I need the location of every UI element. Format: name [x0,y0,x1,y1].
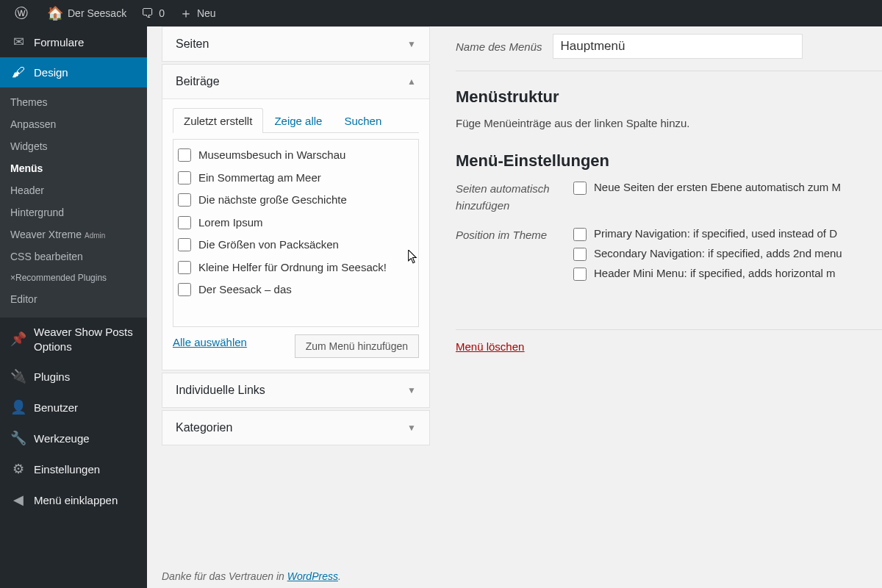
chevron-up-icon: ▲ [407,76,416,87]
accordion-title: Kategorien [176,421,232,434]
comment-icon: 🗨 [141,6,154,21]
accordion-beitraege: Beiträge ▲ Zuletzt erstellt Zeige alle S… [162,64,430,370]
select-all-link[interactable]: Alle auswählen [173,336,247,348]
accordion-head-kategorien[interactable]: Kategorien ▼ [162,411,429,445]
post-checkbox[interactable] [178,148,191,162]
post-item[interactable]: Die nächste große Geschichte [176,189,415,212]
opt-auto-add-pages[interactable]: Neue Seiten der ersten Ebene automatisch… [573,181,882,195]
footer-text: Danke für das Vertrauen in [162,570,287,582]
subitem-editor[interactable]: Editor [0,288,147,310]
tab-suchen[interactable]: Suchen [333,108,392,133]
accordion-head-individuelle-links[interactable]: Individuelle Links ▼ [162,373,429,407]
menu-settings-heading: Menü-Einstellungen [456,151,882,171]
menu-name-input[interactable] [553,34,803,59]
new-content-link[interactable]: ＋Neu [172,0,223,26]
accordion-body-beitraege: Zuletzt erstellt Zeige alle Suchen Museu… [162,98,429,370]
mail-icon: ✉ [10,34,26,50]
plus-icon: ＋ [179,4,193,22]
post-item[interactable]: Die Größen von Packsäcken [176,234,415,257]
menu-name-row: Name des Menüs [456,34,882,71]
post-title: Museumsbesuch in Warschau [198,147,345,164]
sidebar-item-einstellungen[interactable]: ⚙Einstellungen [0,453,147,484]
accordion-individuelle-links: Individuelle Links ▼ [162,373,430,408]
sidebar-item-design[interactable]: 🖌Design [0,57,147,87]
settings-icon: ⚙ [10,461,26,477]
position-checkbox[interactable] [573,268,587,281]
site-title: Der Seesack [68,7,126,19]
collapse-icon: ◀ [10,492,26,508]
pushpin-icon: 📌 [10,331,26,348]
subitem-weaver-xtreme[interactable]: Weaver XtremeAdmin [0,223,147,245]
add-to-menu-button[interactable]: Zum Menü hinzufügen [295,334,419,358]
post-checkbox[interactable] [178,193,191,207]
beitraege-tabs: Zuletzt erstellt Zeige alle Suchen [173,108,419,133]
wrench-icon: 🔧 [10,430,26,446]
opt-header-mini-menu[interactable]: Header Mini Menu: if specified, adds hor… [573,267,882,281]
sidebar-label: Formulare [34,36,84,49]
subitem-widgets[interactable]: Widgets [0,135,147,157]
wordpress-icon: ⓦ [15,4,28,22]
post-checkbox[interactable] [178,283,191,296]
settings-row-auto-add: Seiten automatisch hinzufügen Neue Seite… [456,181,882,214]
opt-primary-nav[interactable]: Primary Navigation: if specified, used i… [573,227,882,241]
accordion-head-beitraege[interactable]: Beiträge ▲ [162,65,429,98]
opt-label: Neue Seiten der ersten Ebene automatisch… [594,181,841,193]
accordion-head-seiten[interactable]: Seiten ▼ [162,27,429,61]
delete-menu-link[interactable]: Menü löschen [456,340,524,353]
subitem-themes[interactable]: Themes [0,91,147,113]
chevron-down-icon: ▼ [407,39,416,49]
subitem-menus[interactable]: Menüs [0,157,147,179]
accordion-title: Seiten [176,37,209,51]
post-item[interactable]: Kleine Helfer für Ordnung im Seesack! [176,257,415,279]
sidebar-label: Plugins [34,370,70,383]
comments-link[interactable]: 🗨0 [134,0,172,26]
sidebar-label: Werkzeuge [34,432,90,445]
subitem-hintergrund[interactable]: Hintergrund [0,201,147,223]
post-item[interactable]: Ein Sommertag am Meer [176,167,415,190]
post-title: Kleine Helfer für Ordnung im Seesack! [198,259,387,276]
subitem-anpassen[interactable]: Anpassen [0,113,147,135]
subitem-recommended-plugins[interactable]: ×Recommended Plugins [0,268,147,288]
wp-logo[interactable]: ⓦ [7,0,40,26]
recent-posts-list[interactable]: Museumsbesuch in Warschau Ein Sommertag … [173,139,419,327]
subitem-header[interactable]: Header [0,179,147,201]
site-name-link[interactable]: 🏠Der Seesack [40,0,134,26]
add-items-column: Seiten ▼ Beiträge ▲ Zuletzt erstellt Zei… [162,26,430,448]
post-checkbox[interactable] [178,261,191,274]
auto-add-checkbox[interactable] [573,182,587,195]
weaver-admin-sup: Admin [85,232,105,240]
admin-footer: Danke für das Vertrauen in WordPress. [162,570,341,582]
sidebar-item-werkzeuge[interactable]: 🔧Werkzeuge [0,423,147,453]
post-item[interactable]: Der Seesack – das [176,279,415,301]
post-item[interactable]: Lorem Ipsum [176,212,415,234]
admin-sidebar: ✉Formulare 🖌Design Themes Anpassen Widge… [0,26,147,588]
new-label: Neu [197,7,216,19]
main-content: Seiten ▼ Beiträge ▲ Zuletzt erstellt Zei… [147,26,882,588]
settings-label-auto-add: Seiten automatisch hinzufügen [456,181,573,214]
opt-label: Header Mini Menu: if specified, adds hor… [594,267,836,279]
position-checkbox[interactable] [573,248,587,261]
post-item[interactable]: Museumsbesuch in Warschau [176,144,415,167]
sidebar-item-formulare[interactable]: ✉Formulare [0,26,147,57]
post-checkbox[interactable] [178,216,191,229]
post-checkbox[interactable] [178,171,191,184]
menu-delete-row: Menü löschen [456,329,882,353]
sidebar-collapse[interactable]: ◀Menü einklappen [0,484,147,515]
tab-zuletzt-erstellt[interactable]: Zuletzt erstellt [173,108,263,133]
opt-label: Secondary Navigation: if specified, adds… [594,247,842,259]
opt-secondary-nav[interactable]: Secondary Navigation: if specified, adds… [573,247,882,261]
wordpress-link[interactable]: WordPress [287,570,338,582]
sidebar-item-weaver-show-posts[interactable]: 📌Weaver Show Posts Options [0,318,147,361]
position-checkbox[interactable] [573,228,587,241]
settings-row-position: Position im Theme Primary Navigation: if… [456,227,882,287]
post-title: Der Seesack – das [198,282,292,298]
tab-zeige-alle[interactable]: Zeige alle [263,108,333,133]
subitem-css-bearbeiten[interactable]: CSS bearbeiten [0,245,147,268]
chevron-down-icon: ▼ [407,385,416,395]
weaver-label: Weaver Xtreme [10,229,82,240]
post-checkbox[interactable] [178,238,191,251]
chevron-down-icon: ▼ [407,423,416,433]
sidebar-item-benutzer[interactable]: 👤Benutzer [0,392,147,423]
sidebar-item-plugins[interactable]: 🔌Plugins [0,361,147,392]
home-icon: 🏠 [47,5,63,21]
